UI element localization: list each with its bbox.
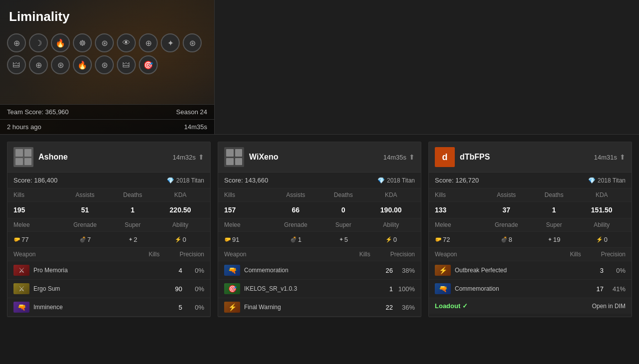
class-badge-wixeno: 💎 2018 Titan — [377, 177, 415, 184]
stats-header-dtbfps: Kills Assists Deaths KDA — [429, 188, 632, 202]
player-header-left: Ashone — [13, 147, 68, 167]
stats-values-wixeno: 157 66 0 190.00 — [218, 202, 421, 218]
weapon-row-ashone-2: ⚔ Ergo Sum 90 0% — [7, 280, 210, 298]
activity-duration: 14m35s — [184, 123, 207, 131]
stats-header-wixeno: Kills Assists Deaths KDA — [218, 188, 421, 202]
activity-icon-3: 🔥 — [51, 33, 70, 52]
activity-icon-13: 🔥 — [73, 55, 92, 74]
activity-icon-7: ⊕ — [139, 33, 158, 52]
weapon-icon-commemoration: 🔫 — [224, 265, 240, 276]
time-ago: 2 hours ago — [7, 123, 41, 131]
activity-icon-2: ☽ — [29, 33, 48, 52]
open-dim-button[interactable]: Open in DIM — [592, 303, 626, 310]
stats-values-dtbfps: 133 37 1 151.50 — [429, 202, 632, 218]
share-icon-ashone[interactable]: ⬆ — [198, 153, 204, 161]
time-row: 2 hours ago 14m35s — [0, 119, 214, 134]
activity-icon-14: ⊛ — [95, 55, 114, 74]
weapon-row-dtbfps-2: 🔫 Commemoration 17 41% — [429, 280, 632, 298]
player-score-ashone: Score: 186,400 — [13, 177, 57, 184]
loadout-label: Loadout ✓ — [435, 302, 468, 310]
activity-meta: Team Score: 365,960 Season 24 2 hours ag… — [0, 104, 214, 134]
activity-icon-16: 🎯 — [139, 55, 158, 74]
player-name-dtbfps: dTbFPS — [460, 153, 490, 162]
player-card-dtbfps: d dTbFPS 14m31s ⬆ Score: 126,720 💎 2018 … — [428, 142, 632, 317]
score-row-ashone: Score: 186,400 💎 2018 Titan — [7, 173, 210, 188]
player-body-dtbfps: Score: 126,720 💎 2018 Titan Kills Assist… — [429, 173, 632, 314]
activity-title: Liminality — [0, 0, 214, 29]
weapon-icon-imminence: 🔫 — [13, 302, 29, 313]
weapon-icon-commemoration-2: 🔫 — [435, 283, 451, 294]
weapon-icon-pro-memoria: ⚔ — [13, 265, 29, 276]
weapon-row-ashone-1: ⚔ Pro Memoria 4 0% — [7, 261, 210, 280]
ability-header-ashone: Melee Grenade Super Ability — [7, 218, 210, 232]
weapon-icon-final-warning: ⚡ — [224, 302, 240, 313]
player-time-wixeno: 14m35s ⬆ — [383, 153, 415, 161]
share-icon-wixeno[interactable]: ⬆ — [409, 153, 415, 161]
player-card-ashone: Ashone 14m32s ⬆ Score: 186,400 💎 2018 Ti… — [7, 142, 211, 317]
ability-values-ashone: 🤛77 💣7 ✦2 ⚡0 — [7, 232, 210, 248]
class-badge-dtbfps: 💎 2018 Titan — [588, 177, 626, 184]
player-card-wixeno: WiXeno 14m35s ⬆ Score: 143,660 💎 2018 Ti… — [218, 142, 421, 317]
player-header-left-dtbfps: d dTbFPS — [435, 147, 490, 167]
player-name-ashone: Ashone — [38, 153, 68, 162]
activity-icon-5: ⊛ — [95, 33, 114, 52]
weapon-row-wixeno-3: ⚡ Final Warning 22 36% — [218, 298, 421, 317]
activity-icon-8: ✦ — [161, 33, 180, 52]
ability-values-dtbfps: 🤛72 💣8 ✦19 ⚡0 — [429, 232, 632, 248]
weapon-icon-ikelos: 🎯 — [224, 283, 240, 294]
activity-icon-4: ☸ — [73, 33, 92, 52]
stats-values-ashone: 195 51 1 220.50 — [7, 202, 210, 218]
weapons-header-wixeno: Weapon Kills Precision — [218, 248, 421, 261]
player-score-wixeno: Score: 143,660 — [224, 177, 268, 184]
weapon-row-wixeno-1: 🔫 Commemoration 26 38% — [218, 261, 421, 280]
activity-icon-6: 👁 — [117, 33, 136, 52]
player-time-ashone: 14m32s ⬆ — [173, 153, 204, 161]
weapon-icon-outbreak-perfected: ⚡ — [435, 265, 451, 276]
score-row-wixeno: Score: 143,660 💎 2018 Titan — [218, 173, 421, 188]
ability-values-wixeno: 🤛91 💣1 ✦5 ⚡0 — [218, 232, 421, 248]
player-avatar-ashone — [13, 147, 33, 167]
weapon-row-wixeno-2: 🎯 IKELOS_SR_v1.0.3 1 100% — [218, 280, 421, 298]
activity-icon-11: ⊕ — [29, 55, 48, 74]
loadout-row: Loadout ✓ Open in DIM — [429, 298, 632, 314]
player-cards: Ashone 14m32s ⬆ Score: 186,400 💎 2018 Ti… — [0, 135, 639, 324]
activity-icon-15: 🜲 — [117, 55, 136, 74]
stats-header-ashone: Kills Assists Deaths KDA — [7, 188, 210, 202]
player-avatar-wixeno — [224, 147, 244, 167]
player-body-ashone: Score: 186,400 💎 2018 Titan Kills Assist… — [7, 173, 210, 317]
activity-card: Liminality ⊕ ☽ 🔥 ☸ ⊛ 👁 ⊕ ✦ ⊛ 🜲 ⊕ ⊛ 🔥 ⊛ 🜲… — [0, 0, 215, 134]
score-row: Team Score: 365,960 Season 24 — [0, 104, 214, 119]
weapon-row-dtbfps-1: ⚡ Outbreak Perfected 3 0% — [429, 261, 632, 280]
player-header-left-wixeno: WiXeno — [224, 147, 279, 167]
weapon-row-ashone-3: 🔫 Imminence 5 0% — [7, 298, 210, 317]
ability-header-wixeno: Melee Grenade Super Ability — [218, 218, 421, 232]
class-badge-ashone: 💎 2018 Titan — [167, 177, 204, 184]
player-score-dtbfps: Score: 126,720 — [435, 177, 479, 184]
activity-icons: ⊕ ☽ 🔥 ☸ ⊛ 👁 ⊕ ✦ ⊛ 🜲 ⊕ ⊛ 🔥 ⊛ 🜲 🎯 — [0, 29, 214, 78]
weapons-header-dtbfps: Weapon Kills Precision — [429, 248, 632, 261]
player-body-wixeno: Score: 143,660 💎 2018 Titan Kills Assist… — [218, 173, 421, 317]
player-time-dtbfps: 14m31s ⬆ — [594, 153, 626, 161]
ability-header-dtbfps: Melee Grenade Super Ability — [429, 218, 632, 232]
share-icon-dtbfps[interactable]: ⬆ — [620, 153, 626, 161]
weapon-icon-ergo-sum: ⚔ — [13, 283, 29, 294]
player-avatar-dtbfps: d — [435, 147, 455, 167]
player-header-dtbfps: d dTbFPS 14m31s ⬆ — [429, 142, 632, 173]
team-score: Team Score: 365,960 — [7, 108, 69, 116]
activity-icon-1: ⊕ — [7, 33, 26, 52]
weapons-header-ashone: Weapon Kills Precision — [7, 248, 210, 261]
activity-icon-10: 🜲 — [7, 55, 26, 74]
score-row-dtbfps: Score: 126,720 💎 2018 Titan — [429, 173, 632, 188]
season-label: Season 24 — [176, 108, 207, 116]
player-header-wixeno: WiXeno 14m35s ⬆ — [218, 142, 421, 173]
player-name-wixeno: WiXeno — [249, 153, 279, 162]
activity-icon-12: ⊛ — [51, 55, 70, 74]
activity-icon-9: ⊛ — [183, 33, 202, 52]
player-header-ashone: Ashone 14m32s ⬆ — [7, 142, 210, 173]
